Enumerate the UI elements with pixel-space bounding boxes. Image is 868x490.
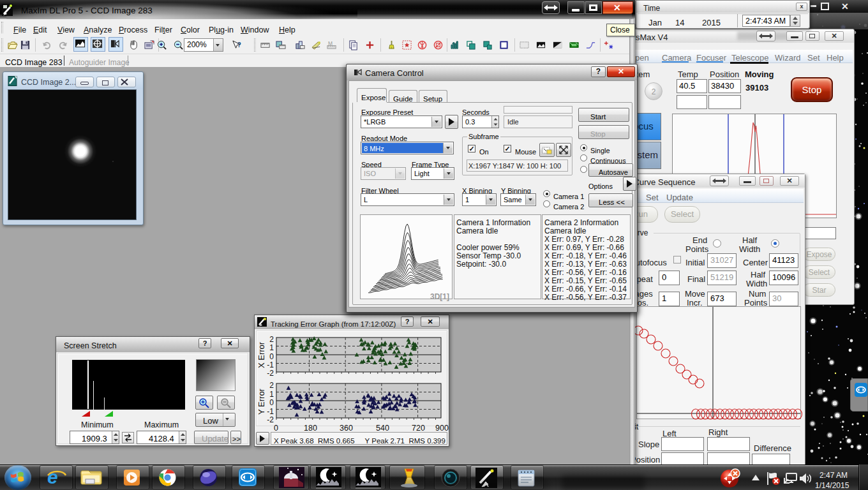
svg-text:e: e xyxy=(47,468,58,487)
